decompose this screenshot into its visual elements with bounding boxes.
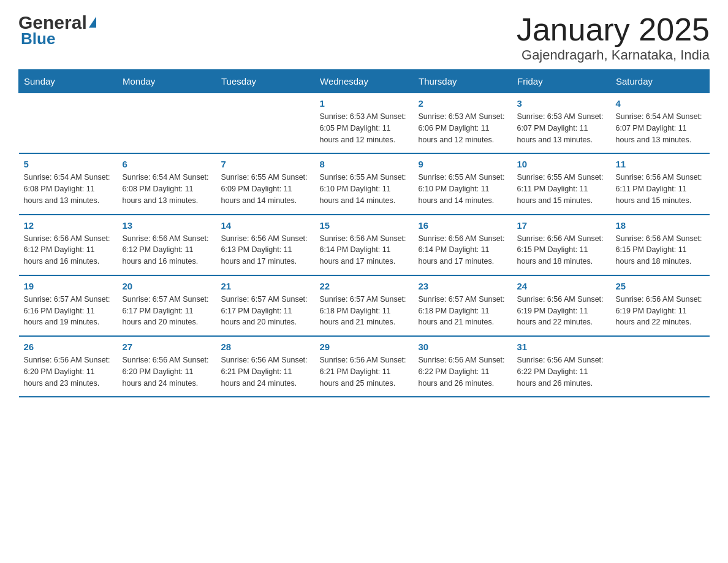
day-info: Sunrise: 6:56 AM Sunset: 6:19 PM Dayligh… [517,294,606,328]
day-number: 20 [123,281,211,291]
calendar-cell: 27Sunrise: 6:56 AM Sunset: 6:20 PM Dayli… [118,336,216,397]
day-number: 26 [24,342,113,352]
day-info: Sunrise: 6:56 AM Sunset: 6:20 PM Dayligh… [123,354,211,389]
page-title: January 2025 [517,12,710,47]
calendar-cell [118,93,216,154]
day-info: Sunrise: 6:56 AM Sunset: 6:14 PM Dayligh… [320,233,409,267]
calendar-header-row: SundayMondayTuesdayWednesdayThursdayFrid… [19,70,710,93]
calendar-week-row: 19Sunrise: 6:57 AM Sunset: 6:16 PM Dayli… [19,275,710,336]
day-number: 25 [616,281,705,291]
calendar-cell: 19Sunrise: 6:57 AM Sunset: 6:16 PM Dayli… [19,275,118,336]
calendar-cell: 22Sunrise: 6:57 AM Sunset: 6:18 PM Dayli… [315,275,414,336]
calendar-header-friday: Friday [512,70,611,93]
day-info: Sunrise: 6:57 AM Sunset: 6:17 PM Dayligh… [123,294,211,328]
day-number: 29 [320,342,409,352]
page-header: General Blue January 2025 Gajendragarh, … [18,12,710,63]
day-info: Sunrise: 6:54 AM Sunset: 6:07 PM Dayligh… [616,111,705,145]
day-info: Sunrise: 6:56 AM Sunset: 6:11 PM Dayligh… [616,172,705,206]
calendar-cell: 13Sunrise: 6:56 AM Sunset: 6:12 PM Dayli… [118,215,216,275]
day-number: 1 [320,98,409,109]
logo: General Blue [18,12,96,48]
calendar-cell: 15Sunrise: 6:56 AM Sunset: 6:14 PM Dayli… [315,215,414,275]
page-subtitle: Gajendragarh, Karnataka, India [517,47,710,63]
day-number: 23 [419,281,507,291]
calendar-week-row: 26Sunrise: 6:56 AM Sunset: 6:20 PM Dayli… [19,336,710,397]
calendar-cell: 2Sunrise: 6:53 AM Sunset: 6:06 PM Daylig… [414,93,512,154]
day-info: Sunrise: 6:53 AM Sunset: 6:07 PM Dayligh… [517,111,606,145]
day-number: 18 [616,220,705,231]
calendar-table: SundayMondayTuesdayWednesdayThursdayFrid… [18,69,710,397]
calendar-week-row: 1Sunrise: 6:53 AM Sunset: 6:05 PM Daylig… [19,93,710,154]
day-info: Sunrise: 6:56 AM Sunset: 6:21 PM Dayligh… [221,354,310,389]
day-number: 27 [123,342,211,352]
day-number: 30 [419,342,507,352]
calendar-cell: 7Sunrise: 6:55 AM Sunset: 6:09 PM Daylig… [216,153,315,214]
day-info: Sunrise: 6:55 AM Sunset: 6:11 PM Dayligh… [517,172,606,206]
day-info: Sunrise: 6:57 AM Sunset: 6:18 PM Dayligh… [320,294,409,328]
calendar-cell: 23Sunrise: 6:57 AM Sunset: 6:18 PM Dayli… [414,275,512,336]
day-number: 6 [123,159,211,169]
day-info: Sunrise: 6:56 AM Sunset: 6:12 PM Dayligh… [123,233,211,267]
calendar-cell: 12Sunrise: 6:56 AM Sunset: 6:12 PM Dayli… [19,215,118,275]
day-number: 15 [320,220,409,231]
calendar-cell: 31Sunrise: 6:56 AM Sunset: 6:22 PM Dayli… [512,336,611,397]
calendar-cell: 3Sunrise: 6:53 AM Sunset: 6:07 PM Daylig… [512,93,611,154]
calendar-week-row: 12Sunrise: 6:56 AM Sunset: 6:12 PM Dayli… [19,215,710,275]
day-number: 4 [616,98,705,109]
day-number: 17 [517,220,606,231]
calendar-cell: 26Sunrise: 6:56 AM Sunset: 6:20 PM Dayli… [19,336,118,397]
day-info: Sunrise: 6:53 AM Sunset: 6:05 PM Dayligh… [320,111,409,145]
day-number: 7 [221,159,310,169]
calendar-cell: 9Sunrise: 6:55 AM Sunset: 6:10 PM Daylig… [414,153,512,214]
calendar-cell [19,93,118,154]
day-number: 9 [419,159,507,169]
calendar-cell: 29Sunrise: 6:56 AM Sunset: 6:21 PM Dayli… [315,336,414,397]
day-info: Sunrise: 6:54 AM Sunset: 6:08 PM Dayligh… [123,172,211,206]
day-number: 2 [419,98,507,109]
calendar-header-sunday: Sunday [19,70,118,93]
day-info: Sunrise: 6:56 AM Sunset: 6:15 PM Dayligh… [616,233,705,267]
day-info: Sunrise: 6:57 AM Sunset: 6:18 PM Dayligh… [419,294,507,328]
calendar-header-thursday: Thursday [414,70,512,93]
day-number: 16 [419,220,507,231]
day-number: 24 [517,281,606,291]
day-info: Sunrise: 6:56 AM Sunset: 6:21 PM Dayligh… [320,354,409,389]
calendar-cell: 21Sunrise: 6:57 AM Sunset: 6:17 PM Dayli… [216,275,315,336]
calendar-cell: 24Sunrise: 6:56 AM Sunset: 6:19 PM Dayli… [512,275,611,336]
day-number: 31 [517,342,606,352]
calendar-cell [216,93,315,154]
day-info: Sunrise: 6:56 AM Sunset: 6:15 PM Dayligh… [517,233,606,267]
day-number: 10 [517,159,606,169]
day-info: Sunrise: 6:57 AM Sunset: 6:16 PM Dayligh… [24,294,113,328]
calendar-cell: 17Sunrise: 6:56 AM Sunset: 6:15 PM Dayli… [512,215,611,275]
calendar-cell: 14Sunrise: 6:56 AM Sunset: 6:13 PM Dayli… [216,215,315,275]
day-info: Sunrise: 6:56 AM Sunset: 6:22 PM Dayligh… [517,354,606,389]
calendar-cell: 18Sunrise: 6:56 AM Sunset: 6:15 PM Dayli… [611,215,710,275]
calendar-cell: 20Sunrise: 6:57 AM Sunset: 6:17 PM Dayli… [118,275,216,336]
day-info: Sunrise: 6:56 AM Sunset: 6:13 PM Dayligh… [221,233,310,267]
calendar-cell: 1Sunrise: 6:53 AM Sunset: 6:05 PM Daylig… [315,93,414,154]
calendar-cell: 30Sunrise: 6:56 AM Sunset: 6:22 PM Dayli… [414,336,512,397]
calendar-cell: 28Sunrise: 6:56 AM Sunset: 6:21 PM Dayli… [216,336,315,397]
logo-triangle-icon [89,17,96,28]
day-number: 19 [24,281,113,291]
day-number: 3 [517,98,606,109]
day-number: 12 [24,220,113,231]
calendar-cell: 16Sunrise: 6:56 AM Sunset: 6:14 PM Dayli… [414,215,512,275]
day-info: Sunrise: 6:56 AM Sunset: 6:22 PM Dayligh… [419,354,507,389]
day-number: 28 [221,342,310,352]
logo-blue-text: Blue [18,29,55,48]
day-number: 14 [221,220,310,231]
title-block: January 2025 Gajendragarh, Karnataka, In… [517,12,710,63]
day-number: 22 [320,281,409,291]
day-info: Sunrise: 6:56 AM Sunset: 6:14 PM Dayligh… [419,233,507,267]
day-number: 13 [123,220,211,231]
calendar-cell: 10Sunrise: 6:55 AM Sunset: 6:11 PM Dayli… [512,153,611,214]
day-number: 11 [616,159,705,169]
calendar-cell: 5Sunrise: 6:54 AM Sunset: 6:08 PM Daylig… [19,153,118,214]
day-info: Sunrise: 6:57 AM Sunset: 6:17 PM Dayligh… [221,294,310,328]
day-info: Sunrise: 6:55 AM Sunset: 6:10 PM Dayligh… [320,172,409,206]
calendar-header-monday: Monday [118,70,216,93]
calendar-cell: 11Sunrise: 6:56 AM Sunset: 6:11 PM Dayli… [611,153,710,214]
calendar-week-row: 5Sunrise: 6:54 AM Sunset: 6:08 PM Daylig… [19,153,710,214]
